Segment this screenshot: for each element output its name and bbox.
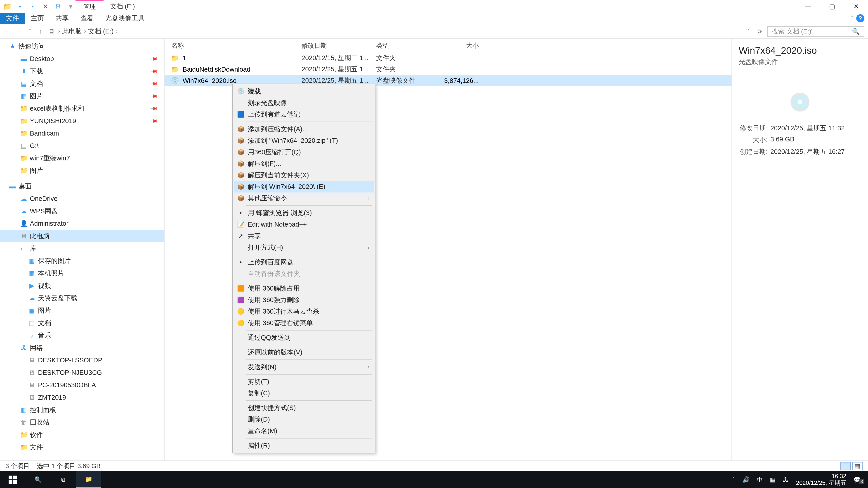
ribbon-tab-share[interactable]: 共享 (50, 13, 74, 24)
nav-desktop[interactable]: ▬Desktop📌 (0, 53, 164, 65)
taskbar-search-button[interactable]: 🔍 (25, 471, 51, 488)
nav-documents[interactable]: ▤文档📌 (0, 77, 164, 90)
nav-folder[interactable]: 📁Bandicam (0, 127, 164, 140)
taskbar[interactable]: 🔍 ⧉ 📁 ˄ 🔊 中 ▦ 🖧 16:32 2020/12/25, 星期五 💬3 (0, 471, 868, 488)
context-menu-item[interactable]: 📦添加到 "Win7x64_2020.zip" (T) (234, 135, 374, 147)
tray-chevron-icon[interactable]: ˄ (728, 476, 739, 483)
ribbon-tab-home[interactable]: 主页 (25, 13, 50, 24)
col-type[interactable]: 类型 (376, 41, 438, 50)
back-button[interactable]: ← (4, 27, 13, 36)
context-menu-item[interactable]: 🟪使用 360强力删除 (234, 294, 374, 306)
nav-quick-access[interactable]: ★快速访问 (0, 40, 164, 53)
qat-save-icon[interactable]: ▪ (15, 1, 25, 11)
action-center-button[interactable]: 💬3 (850, 475, 868, 484)
breadcrumb-sep[interactable]: › (58, 29, 60, 34)
qat-close-icon[interactable]: ✕ (40, 1, 50, 11)
context-menu-item[interactable]: 发送到(N)› (234, 361, 374, 373)
nav-libraries[interactable]: ▭库 (0, 242, 164, 255)
nav-user[interactable]: 👤Administrator (0, 217, 164, 230)
col-name[interactable]: 名称 (171, 41, 302, 50)
nav-lib-item[interactable]: ☁天翼云盘下载 (0, 292, 164, 304)
tray-ime-button[interactable]: 中 (753, 476, 766, 484)
context-menu-item[interactable]: 📝Edit with Notepad++ (234, 219, 374, 230)
task-view-button[interactable]: ⧉ (51, 471, 76, 488)
close-button[interactable]: ✕ (844, 0, 868, 13)
col-size[interactable]: 大小 (438, 41, 483, 50)
ribbon-tab-view[interactable]: 查看 (74, 13, 99, 24)
column-headers[interactable]: 名称 修改日期 类型 大小 (164, 39, 732, 53)
context-menu-item[interactable]: 复制(C) (234, 387, 374, 399)
context-menu[interactable]: 💿装载刻录光盘映像🟦上传到有道云笔记📦添加到压缩文件(A)...📦添加到 "Wi… (232, 84, 375, 453)
context-menu-item[interactable]: •用 蜂蜜浏览器 浏览(3) (234, 207, 374, 219)
ribbon-expand-icon[interactable]: ˅ (850, 15, 854, 22)
taskbar-explorer-button[interactable]: 📁 (76, 471, 101, 488)
breadcrumb-sep[interactable]: › (84, 29, 86, 34)
context-menu-item[interactable]: 还原以前的版本(V) (234, 347, 374, 358)
nav-folder[interactable]: 📁文件 (0, 441, 164, 453)
file-row[interactable]: 📁 BaiduNetdiskDownload 2020/12/25, 星期五 1… (164, 64, 732, 75)
recent-dropdown-icon[interactable]: ˅ (25, 27, 34, 36)
context-menu-item[interactable]: ↗共享 (234, 230, 374, 242)
maximize-button[interactable]: ▢ (820, 0, 844, 13)
refresh-button[interactable]: ⟳ (755, 27, 765, 36)
file-row[interactable]: 📁 1 2020/12/15, 星期二 1... 文件夹 (164, 53, 732, 64)
nav-net-pc[interactable]: 🖥PC-20190530OBLA (0, 379, 164, 391)
context-menu-item[interactable]: •上传到百度网盘 (234, 256, 374, 268)
nav-this-pc[interactable]: 🖥此电脑 (0, 230, 164, 242)
contextual-tab-manage[interactable]: 管理 (75, 0, 103, 13)
context-menu-item[interactable]: 创建快捷方式(S) (234, 402, 374, 414)
nav-folder[interactable]: 📁excel表格制作求和📌 (0, 102, 164, 115)
qat-customize-icon[interactable]: ⚙ (53, 1, 63, 11)
nav-net-pc[interactable]: 🖥DESKTOP-NJEU3CG (0, 366, 164, 379)
nav-pictures[interactable]: ▦图片📌 (0, 90, 164, 102)
context-menu-item[interactable]: 💿装载 (234, 86, 374, 97)
context-menu-item[interactable]: 打开方式(H)› (234, 242, 374, 253)
nav-onedrive[interactable]: ☁OneDrive (0, 193, 164, 205)
search-input[interactable]: 搜索"文档 (E:)" 🔍 (767, 26, 864, 37)
up-button[interactable]: ↑ (36, 27, 45, 36)
context-menu-item[interactable]: 📦添加到压缩文件(A)... (234, 123, 374, 135)
col-date[interactable]: 修改日期 (302, 41, 376, 50)
view-details-button[interactable]: ☰ (840, 462, 851, 470)
breadcrumb-sep[interactable]: › (115, 29, 118, 34)
nav-wps[interactable]: ☁WPS网盘 (0, 205, 164, 217)
nav-lib-item[interactable]: ▶视频 (0, 280, 164, 292)
nav-folder[interactable]: 📁图片 (0, 164, 164, 177)
context-menu-item[interactable]: 🟡使用 360管理右键菜单 (234, 317, 374, 329)
forward-button[interactable]: → (14, 27, 24, 36)
taskbar-clock[interactable]: 16:32 2020/12/25, 星期五 (792, 473, 850, 486)
nav-lib-item[interactable]: ▦图片 (0, 304, 164, 317)
tray-volume-icon[interactable]: 🔊 (739, 476, 753, 483)
context-menu-item[interactable]: 📦解压到(F)... (234, 158, 374, 169)
context-menu-item[interactable]: 🟧使用 360解除占用 (234, 283, 374, 294)
nav-lib-item[interactable]: ♪音乐 (0, 329, 164, 341)
context-menu-item[interactable]: 🟡使用 360进行木马云查杀 (234, 306, 374, 317)
qat-dropdown-icon[interactable]: ▾ (66, 1, 75, 11)
nav-downloads[interactable]: ⬇下载📌 (0, 65, 164, 77)
tray-network-icon[interactable]: 🖧 (779, 476, 792, 483)
start-button[interactable] (0, 471, 25, 488)
context-menu-item[interactable]: 属性(R) (234, 440, 374, 451)
nav-drive-g[interactable]: ▤G:\ (0, 140, 164, 152)
nav-folder[interactable]: 📁win7重装win7 (0, 152, 164, 164)
nav-net-pc[interactable]: 🖥DESKTOP-LSSOEDP (0, 354, 164, 366)
ribbon-tab-disc-tools[interactable]: 光盘映像工具 (99, 13, 151, 24)
context-menu-item[interactable]: 📦用360压缩打开(Q) (234, 147, 374, 158)
breadcrumb-root[interactable]: 此电脑 (62, 27, 82, 36)
system-tray[interactable]: ˄ 🔊 中 ▦ 🖧 16:32 2020/12/25, 星期五 💬3 (728, 471, 868, 488)
nav-control-panel[interactable]: ▥控制面板 (0, 404, 164, 416)
nav-net-pc[interactable]: 🖥ZMT2019 (0, 391, 164, 404)
help-icon[interactable]: ? (856, 14, 864, 22)
context-menu-item[interactable]: 删除(D) (234, 414, 374, 425)
context-menu-item[interactable]: 重命名(M) (234, 425, 374, 437)
context-menu-item[interactable]: 剪切(T) (234, 376, 374, 387)
nav-folder[interactable]: 📁YUNQISHI2019📌 (0, 115, 164, 127)
context-menu-item[interactable]: 通过QQ发送到 (234, 332, 374, 344)
nav-network[interactable]: 🖧网络 (0, 341, 164, 354)
nav-lib-item[interactable]: ▤文档 (0, 317, 164, 329)
nav-recycle[interactable]: 🗑回收站 (0, 416, 164, 429)
context-menu-item[interactable]: 📦解压到 Win7x64_2020\ (E) (234, 181, 374, 193)
context-menu-item[interactable]: 🟦上传到有道云笔记 (234, 109, 374, 120)
nav-desktop-root[interactable]: ▬桌面 (0, 180, 164, 193)
breadcrumb-folder[interactable]: 文档 (E:) (88, 27, 114, 36)
